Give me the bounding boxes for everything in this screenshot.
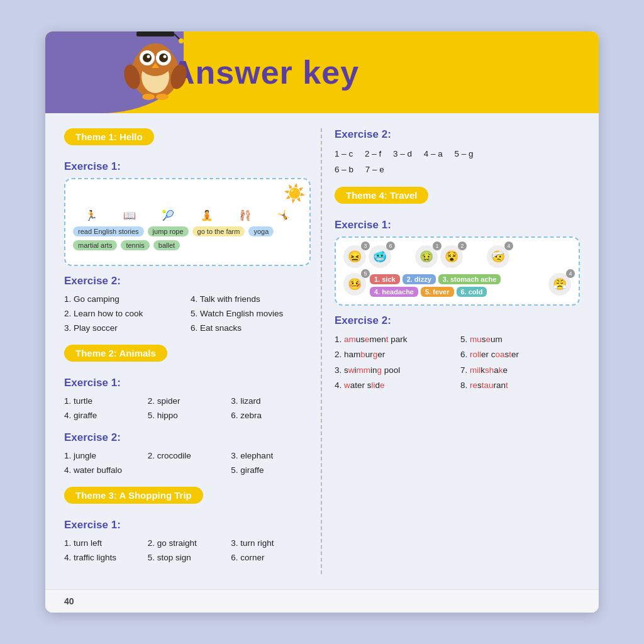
svg-point-12 bbox=[164, 55, 167, 58]
health-num-5: 5 bbox=[361, 269, 370, 278]
tag-yoga: yoga bbox=[248, 226, 274, 236]
svg-point-17 bbox=[156, 94, 169, 100]
health-num-4: 4 bbox=[504, 242, 513, 250]
theme3-section: Theme 3: A Shopping Trip bbox=[64, 487, 311, 510]
animal-6: 6. zebra bbox=[231, 409, 311, 423]
tag-go-farm: go to the farm bbox=[192, 226, 245, 236]
ex2-row1: 1 – c 2 – f 3 – d 4 – a 5 – g bbox=[335, 146, 580, 162]
travel-4-hl3: e bbox=[380, 380, 385, 390]
travel-6: 6. roller coaster bbox=[460, 347, 580, 362]
symptom-tags: 1. sick 2. dizzy 3. stomach ache 4. head… bbox=[370, 274, 542, 297]
activity-characters: 🏃 📖 🎾 🧘 🩰 🤸 bbox=[73, 187, 302, 221]
theme1-section: Theme 1: Hello bbox=[64, 128, 311, 152]
travel-1-hl: am bbox=[344, 335, 356, 344]
travel-6-hl2: oa bbox=[496, 350, 505, 359]
svg-rect-1 bbox=[151, 31, 160, 33]
theme1-ex2: Exercise 2: 1. Go camping 4. Talk with f… bbox=[64, 275, 311, 336]
ex2-item-4: 4. Talk with friends bbox=[191, 292, 311, 307]
theme1-ex2-title: Exercise 2: bbox=[64, 275, 311, 287]
health-char-extra: 😤 4 bbox=[548, 273, 571, 296]
tag-ballet: ballet bbox=[153, 240, 180, 250]
theme2-ex1-title: Exercise 1: bbox=[64, 377, 311, 389]
travel-6-hl: roll bbox=[470, 350, 481, 359]
ex2-row2: 6 – b 7 – e bbox=[335, 162, 580, 178]
tag-martial-arts: martial arts bbox=[73, 240, 117, 250]
travel-7: 7. milkshake bbox=[460, 363, 580, 378]
svg-point-11 bbox=[147, 55, 150, 58]
travel-8-hl: re bbox=[470, 380, 477, 390]
char-5: 🩰 bbox=[239, 209, 252, 221]
travel-2-hl: b bbox=[360, 350, 365, 359]
owl-mascot bbox=[121, 31, 190, 94]
travel-1-hl3: t bbox=[386, 335, 389, 344]
theme4-ex2-title: Exercise 2: bbox=[335, 314, 580, 327]
char-4: 🧘 bbox=[201, 209, 213, 221]
ex2-answers: 1 – c 2 – f 3 – d 4 – a 5 – g 6 – b 7 – … bbox=[335, 146, 580, 178]
habitat-4: 4. water buffalo bbox=[64, 464, 144, 478]
habitat-3: 3. elephant bbox=[231, 449, 311, 464]
ex2-a2: 6 – b 7 – e bbox=[335, 165, 384, 174]
theme4-badge: Theme 4: Travel bbox=[335, 187, 428, 204]
theme1-badge: Theme 1: Hello bbox=[64, 128, 154, 145]
theme2-badge: Theme 2: Animals bbox=[64, 345, 167, 362]
theme2-ex1: Exercise 1: 1. turtle 2. spider 3. lizar… bbox=[64, 377, 311, 423]
activity-tags: read English stories jump rope go to the… bbox=[73, 226, 302, 250]
theme2-ex2: Exercise 2: 1. jungle 2. crocodile 3. el… bbox=[64, 431, 311, 478]
health-num-2: 2 bbox=[458, 242, 467, 250]
travel-8: 8. restaurant bbox=[460, 378, 580, 393]
content-area: Theme 1: Hello Exercise 1: ☀️ 🏃 📖 🎾 🧘 🩰 … bbox=[45, 113, 599, 589]
symptom-sick: 1. sick bbox=[370, 274, 400, 284]
animal-5: 5. hippo bbox=[148, 409, 228, 423]
tag-read-english: read English stories bbox=[73, 226, 144, 236]
dir-2: 2. go straight bbox=[148, 536, 228, 551]
theme4-section: Theme 4: Travel bbox=[335, 187, 580, 210]
dir-3: 3. turn right bbox=[231, 536, 311, 551]
right-column: Exercise 2: 1 – c 2 – f 3 – d 4 – a 5 – … bbox=[322, 128, 580, 574]
char-2: 📖 bbox=[123, 209, 136, 221]
health-char-2: 😵 2 bbox=[440, 245, 463, 268]
theme3-ex1-title: Exercise 1: bbox=[64, 519, 311, 531]
travel-8-hl2: tau bbox=[482, 380, 494, 390]
header: Answer key bbox=[45, 31, 599, 113]
health-num-extra: 4 bbox=[566, 269, 575, 278]
left-column: Theme 1: Hello Exercise 1: ☀️ 🏃 📖 🎾 🧘 🩰 … bbox=[64, 128, 322, 574]
theme1-ex1-title: Exercise 1: bbox=[64, 160, 311, 173]
animal-1: 1. turtle bbox=[64, 394, 144, 409]
health-char-3: 😖 3 bbox=[343, 245, 366, 268]
travel-1: 1. amusement park bbox=[335, 332, 454, 347]
theme3-badge: Theme 3: A Shopping Trip bbox=[64, 487, 203, 504]
theme1-ex1: Exercise 1: ☀️ 🏃 📖 🎾 🧘 🩰 🤸 read English … bbox=[64, 160, 311, 266]
habitat-1: 1. jungle bbox=[64, 449, 144, 464]
travel-3-hl3: g bbox=[377, 365, 382, 375]
right-ex2: Exercise 2: 1 – c 2 – f 3 – d 4 – a 5 – … bbox=[335, 128, 580, 178]
animal-4: 4. giraffe bbox=[64, 409, 144, 423]
travel-4: 4. water slide bbox=[335, 378, 454, 393]
travel-3-hl2: mm bbox=[357, 365, 371, 375]
health-char-4: 🤕 4 bbox=[487, 245, 509, 268]
health-row2: 🤒 5 1. sick 2. dizzy 3. stomach ache 4. … bbox=[343, 272, 571, 297]
dir-1: 1. turn left bbox=[64, 536, 144, 551]
health-char-5: 🤒 5 bbox=[343, 273, 366, 296]
svg-point-9 bbox=[143, 53, 152, 62]
travel-1-hl2: e bbox=[365, 335, 370, 344]
ex2-item-3: 3. Play soccer bbox=[64, 321, 184, 336]
ex2-item-5: 5. Watch English movies bbox=[191, 307, 311, 321]
travel-answers: 1. amusement park 5. museum 2. hamburger… bbox=[335, 332, 580, 393]
symptom-dizzy: 2. dizzy bbox=[402, 274, 436, 284]
travel-6-hl3: t bbox=[509, 350, 511, 359]
travel-5-hl: mu bbox=[470, 335, 482, 344]
travel-2-hl2: g bbox=[373, 350, 378, 359]
symptom-fever: 5. fever bbox=[421, 287, 454, 297]
ex2-a1: 1 – c 2 – f 3 – d 4 – a 5 – g bbox=[335, 149, 474, 158]
symptom-stomach: 3. stomach ache bbox=[438, 274, 501, 284]
dir-4: 4. traffic lights bbox=[64, 551, 144, 565]
symptom-headache: 4. headache bbox=[370, 287, 418, 297]
svg-point-16 bbox=[142, 94, 155, 100]
activity-image-box: ☀️ 🏃 📖 🎾 🧘 🩰 🤸 read English stories jump… bbox=[64, 178, 311, 266]
theme3-ex1-list: 1. turn left 2. go straight 3. turn righ… bbox=[64, 536, 311, 565]
travel-5-hl2: e bbox=[486, 335, 491, 344]
health-characters: 😖 3 🥶 6 🤢 1 😵 bbox=[343, 245, 571, 268]
dir-6: 6. corner bbox=[231, 551, 311, 565]
spacer bbox=[394, 245, 413, 268]
svg-point-10 bbox=[159, 53, 168, 62]
